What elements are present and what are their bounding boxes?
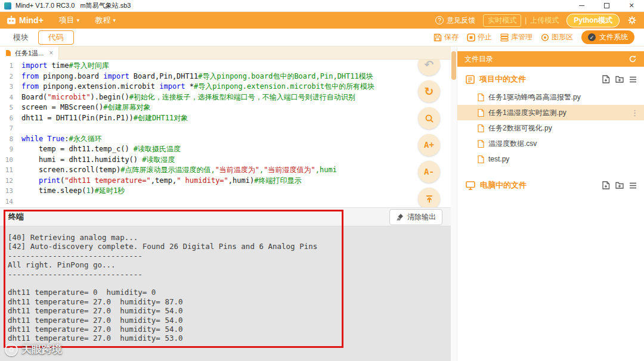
- code-line: 6dht11 = DHT11(Pin(Pin.P1))#创建DHT11对象: [0, 113, 451, 124]
- mindplus-logo[interactable]: Mind+: [6, 15, 44, 25]
- project-file-list: 任务1驱动蜂鸣器高温报警.py任务1温湿度实时监测.py⋮任务2数据可视化.py…: [457, 89, 644, 167]
- save-button[interactable]: 保存: [434, 32, 459, 42]
- editor-float-buttons: ↶ ↻ A+ A-: [418, 60, 440, 207]
- list-menu-icon[interactable]: [629, 182, 637, 189]
- new-file-icon[interactable]: [602, 181, 610, 189]
- upload-mode-button[interactable]: 上传模式: [530, 15, 559, 26]
- library-manager-button[interactable]: 库管理: [500, 32, 532, 42]
- redo-button[interactable]: ↻: [418, 80, 440, 102]
- realtime-mode-button[interactable]: 实时模式: [483, 14, 521, 27]
- file-directory-sidebar: 文件目录 项目中的文件 任务1驱动蜂鸣器高温报警.py任务1温湿度实时监测.py…: [457, 46, 644, 361]
- mindplus-window: Mind+ V1.7.0 RC3.0 m简易气象站.sb3 ✕ Mind+ 项目…: [0, 0, 644, 361]
- python-mode-button[interactable]: Python模式: [566, 14, 620, 27]
- file-menu-icon[interactable]: ⋮: [631, 108, 639, 117]
- code-line: 8while True:#永久循环: [0, 134, 451, 145]
- logo-text: Mind+: [19, 15, 44, 25]
- terminal-output[interactable]: [40] Retrieving analog map...[42] Auto-d…: [0, 226, 451, 361]
- line-number: 8: [0, 134, 21, 145]
- file-item[interactable]: 任务2数据可视化.py: [457, 120, 644, 136]
- file-system-button[interactable]: ✓ 文件系统: [581, 30, 634, 44]
- terminal-title: 终端: [8, 211, 24, 222]
- line-number: 12: [0, 176, 21, 186]
- mode-separator: |: [525, 16, 527, 24]
- check-icon: ✓: [588, 33, 596, 41]
- terminal-line: [42] Auto-discovery complete. Found 26 D…: [8, 242, 451, 251]
- new-folder-icon[interactable]: [615, 182, 624, 189]
- menu-project[interactable]: 项目 ▾: [59, 15, 80, 26]
- help-icon: ?: [435, 16, 444, 24]
- file-icon: [478, 94, 484, 101]
- gear-icon: [627, 15, 637, 25]
- minimize-icon: [579, 5, 584, 6]
- refresh-button[interactable]: [628, 55, 637, 63]
- settings-button[interactable]: [627, 15, 637, 25]
- file-directory-title: 文件目录: [465, 54, 493, 64]
- line-number: 7: [0, 123, 21, 134]
- font-decrease-button[interactable]: A-: [418, 161, 440, 183]
- file-icon: [5, 49, 11, 57]
- main-area: 任务1温... × 1import time#导入时间库2from pinpon…: [0, 46, 644, 361]
- tab-code[interactable]: 代码: [38, 30, 74, 45]
- line-number: 14: [0, 197, 21, 207]
- code-line: 10 humi = dht11.humidity() #读取湿度: [0, 155, 451, 166]
- menu-project-label: 项目: [59, 15, 75, 26]
- feedback-button[interactable]: ? 意见反馈: [435, 15, 475, 26]
- mode-toggle: 实时模式 | 上传模式: [483, 14, 559, 27]
- file-name: 任务1温湿度实时监测.py: [488, 108, 566, 118]
- terminal-line: dht11 temperature= 27.0 humidity= 87.0: [8, 297, 451, 306]
- watermark-logo: [5, 343, 18, 356]
- code-line: 3from pinpong.extension.microbit import …: [0, 82, 451, 92]
- search-icon: [425, 114, 434, 123]
- code-line: 1import time#导入时间库: [0, 61, 451, 71]
- code-editor[interactable]: 1import time#导入时间库2from pinpong.board im…: [0, 60, 451, 207]
- file-item[interactable]: 任务1温湿度实时监测.py⋮: [457, 105, 644, 120]
- editor-tab[interactable]: 任务1温... ×: [0, 46, 59, 60]
- file-item[interactable]: 温湿度数据.csv: [457, 136, 644, 151]
- terminal-header: 终端 清除输出: [0, 207, 451, 226]
- code-line: 13 time.sleep(1)#延时1秒: [0, 186, 451, 197]
- file-name: 任务2数据可视化.py: [488, 123, 552, 133]
- font-increase-button[interactable]: A+: [418, 134, 440, 156]
- undo-button[interactable]: ↶: [418, 60, 440, 76]
- computer-icon: [466, 181, 475, 190]
- menu-tutorial[interactable]: 教程 ▾: [95, 15, 116, 26]
- terminal-line: dht11 temperature= 27.0 humidity= 54.0: [8, 325, 451, 334]
- search-button[interactable]: [418, 107, 440, 129]
- menubar-right: ? 意见反馈 实时模式 | 上传模式 Python模式: [435, 14, 637, 27]
- graphics-label: 图形区: [552, 32, 573, 42]
- project-files-title: 项目中的文件: [479, 74, 526, 85]
- toolbar-actions: 保存 停止 库管理 图形区 ✓ 文件系统: [434, 30, 634, 44]
- minimize-button[interactable]: [569, 0, 594, 11]
- collapse-top-button[interactable]: [418, 188, 440, 207]
- terminal-line: dht11 temperature= 27.0 humidity= 54.0: [8, 316, 451, 325]
- chevron-down-icon: ▾: [77, 17, 80, 23]
- new-folder-icon[interactable]: [615, 76, 624, 83]
- code-line: 4Board("microbit").begin()#初始化，连接板子，选择板型…: [0, 92, 451, 103]
- file-item[interactable]: test.py: [457, 151, 644, 167]
- tab-modules[interactable]: 模块: [8, 30, 33, 45]
- menubar: Mind+ 项目 ▾ 教程 ▾ ? 意见反馈 实时模式 | 上传模式 Pytho…: [0, 12, 644, 29]
- new-file-icon[interactable]: [602, 75, 610, 83]
- line-number: 2: [0, 71, 21, 82]
- project-files-actions: [602, 75, 637, 83]
- feedback-label: 意见反馈: [447, 15, 475, 26]
- maximize-button[interactable]: [594, 0, 619, 11]
- clear-output-label: 清除输出: [407, 212, 436, 222]
- code-line: 11 screen.scroll(temp)#点阵屏滚动显示温湿度的值,"当前温…: [0, 165, 451, 176]
- file-icon: [478, 109, 484, 117]
- toolbar: 模块 代码 保存 停止 库管理 图形区 ✓ 文件系统: [0, 29, 644, 46]
- vertical-scrollbar[interactable]: [451, 46, 457, 361]
- code-lines: 1import time#导入时间库2from pinpong.board im…: [0, 61, 451, 207]
- tab-close-icon[interactable]: ×: [49, 49, 53, 57]
- clear-output-button[interactable]: 清除输出: [389, 209, 442, 225]
- list-menu-icon[interactable]: [629, 76, 637, 83]
- redo-icon: ↻: [425, 86, 434, 97]
- watermark-text: 天眼跨境: [21, 343, 62, 356]
- stop-button[interactable]: 停止: [467, 32, 492, 42]
- file-item[interactable]: 任务1驱动蜂鸣器高温报警.py: [457, 89, 644, 105]
- graphics-area-button[interactable]: 图形区: [541, 32, 573, 42]
- close-button[interactable]: ✕: [619, 0, 644, 11]
- code-line: 14: [0, 197, 451, 207]
- scrollbar-thumb[interactable]: [451, 51, 456, 80]
- stop-label: 停止: [478, 32, 492, 42]
